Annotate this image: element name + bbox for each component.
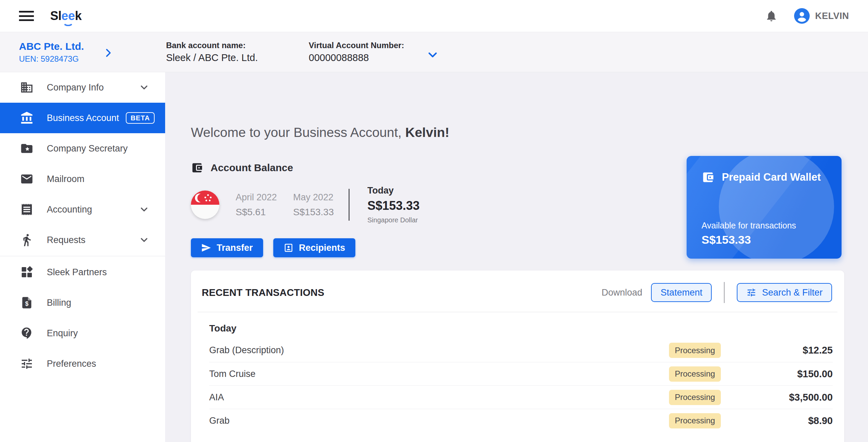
transaction-name: Grab (Description) <box>209 345 669 356</box>
balance-today: Today S$153.33 Singapore Dollar <box>367 185 419 224</box>
chevron-down-icon <box>139 204 150 215</box>
sidebar-divider <box>0 256 165 256</box>
welcome-heading: Welcome to your Business Account, Kelvin… <box>191 125 868 140</box>
search-filter-button[interactable]: Search & Filter <box>737 283 832 302</box>
folder-star-icon <box>20 141 34 156</box>
transactions-group-label: Today <box>209 323 844 334</box>
send-icon <box>201 243 211 253</box>
transaction-amount: $12.25 <box>721 345 833 356</box>
svg-text:$: $ <box>25 300 28 307</box>
user-name: KELVIN <box>815 11 849 21</box>
partners-grid-icon <box>20 265 34 279</box>
filter-sliders-icon <box>746 287 756 298</box>
logo-smile-icon <box>63 21 74 26</box>
sidebar-item-business-account[interactable]: Business Account BETA <box>0 103 165 133</box>
sliders-icon <box>20 357 34 371</box>
hamburger-menu-icon[interactable] <box>19 11 34 21</box>
beta-badge: BETA <box>126 112 155 124</box>
transaction-row[interactable]: Grab (Description) Processing $12.25 <box>209 339 833 362</box>
notification-bell-icon[interactable] <box>765 9 778 22</box>
transaction-name: Grab <box>209 416 669 426</box>
prepaid-card-wallet-card[interactable]: Prepaid Card Wallet Available for transa… <box>687 156 842 259</box>
bank-icon <box>20 111 34 125</box>
sidebar-nav: Company Info Business Account BETA Compa… <box>0 72 165 442</box>
virtual-account-number-label: Virtual Account Number: <box>309 41 404 50</box>
controls-divider <box>724 282 725 303</box>
wallet-icon <box>702 171 714 184</box>
bank-account-name-value: Sleek / ABC Pte. Ltd. <box>166 52 258 63</box>
transaction-name: Tom Cruise <box>209 369 669 379</box>
billing-document-icon: $ <box>20 296 34 310</box>
user-menu[interactable]: KELVIN <box>794 8 849 24</box>
transaction-row[interactable]: AIA Processing $3,500.00 <box>209 385 833 409</box>
sidebar-item-enquiry[interactable]: Enquiry <box>0 318 165 348</box>
contact-card-icon <box>283 243 294 253</box>
company-switcher[interactable]: ABC Pte. Ltd. UEN: 5928473G <box>19 41 114 64</box>
balance-history-may: May 2022 S$153.33 <box>293 192 334 218</box>
transaction-amount: $8.90 <box>721 415 833 426</box>
header-divider <box>198 312 837 312</box>
sidebar-item-company-info[interactable]: Company Info <box>0 72 165 103</box>
transactions-title: RECENT TRANSACTIONS <box>202 287 324 298</box>
balance-history-april: April 2022 S$5.61 <box>236 192 277 218</box>
sidebar-item-mailroom[interactable]: Mailroom <box>0 164 165 194</box>
bank-account-name-label: Bank account name: <box>166 41 258 50</box>
wallet-card-amount: S$153.33 <box>702 233 796 246</box>
recent-transactions-panel: RECENT TRANSACTIONS Download Statement S… <box>191 270 844 442</box>
sidebar-item-sleek-partners[interactable]: Sleek Partners <box>0 257 165 287</box>
sidebar-item-billing[interactable]: $ Billing <box>0 287 165 318</box>
chevron-down-icon <box>139 235 150 245</box>
download-label: Download <box>601 287 642 298</box>
wallet-card-subtitle: Available for transactions <box>702 221 796 230</box>
wallet-card-title: Prepaid Card Wallet <box>722 171 821 183</box>
company-bar: ABC Pte. Ltd. UEN: 5928473G Bank account… <box>0 32 868 72</box>
transaction-name: AIA <box>209 392 669 403</box>
today-balance-amount: S$153.33 <box>367 199 419 213</box>
chevron-down-icon <box>139 82 150 93</box>
chevron-down-icon[interactable] <box>426 48 439 62</box>
chevron-right-icon <box>102 47 114 59</box>
recipients-button[interactable]: Recipients <box>273 238 356 257</box>
virtual-account-number-value: 00000088888 <box>309 52 404 63</box>
sleek-logo[interactable]: Sleek <box>50 9 82 23</box>
sidebar-item-requests[interactable]: Requests <box>0 225 165 255</box>
top-navbar: Sleek KELVIN <box>0 0 868 32</box>
sidebar-item-accounting[interactable]: Accounting <box>0 194 165 225</box>
transaction-amount: $150.00 <box>721 368 833 380</box>
envelope-icon <box>20 172 34 186</box>
company-name: ABC Pte. Ltd. <box>19 41 84 52</box>
building-icon <box>20 80 34 95</box>
receipt-icon <box>20 202 34 217</box>
sidebar-item-preferences[interactable]: Preferences <box>0 348 165 379</box>
transaction-amount: $3,500.00 <box>721 392 833 403</box>
account-balance-title: Account Balance <box>211 162 293 174</box>
status-badge: Processing <box>669 343 721 358</box>
question-bubble-icon <box>20 326 34 340</box>
balance-divider <box>349 189 350 221</box>
singapore-flag-icon <box>191 190 219 219</box>
statement-button[interactable]: Statement <box>651 283 712 302</box>
status-badge: Processing <box>669 366 721 382</box>
walking-person-icon <box>20 233 34 247</box>
sidebar-item-company-secretary[interactable]: Company Secretary <box>0 133 165 164</box>
transaction-row[interactable]: Grab Processing $8.90 <box>209 409 833 432</box>
currency-label: Singapore Dollar <box>367 216 419 224</box>
transaction-row[interactable]: Tom Cruise Processing $150.00 <box>209 362 833 385</box>
wallet-icon <box>191 162 203 174</box>
status-badge: Processing <box>669 413 721 428</box>
main-content: Welcome to your Business Account, Kelvin… <box>165 72 868 442</box>
welcome-user-name: Kelvin! <box>405 125 449 140</box>
company-uen: UEN: 5928473G <box>19 54 84 64</box>
user-avatar-icon <box>794 8 810 24</box>
status-badge: Processing <box>669 390 721 405</box>
transfer-button[interactable]: Transfer <box>191 238 263 257</box>
